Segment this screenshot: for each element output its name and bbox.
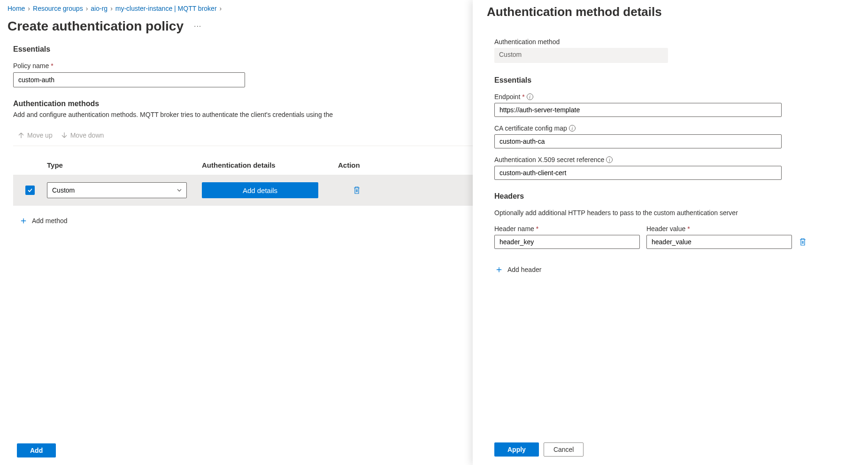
apply-button[interactable]: Apply [494,442,539,457]
required-indicator: * [536,225,538,232]
breadcrumb-home[interactable]: Home [8,5,25,12]
more-actions-button[interactable]: ··· [191,20,204,32]
info-icon[interactable]: i [527,93,533,100]
required-indicator: * [51,62,53,70]
delete-row-button[interactable] [338,186,376,194]
breadcrumb-aio-rg[interactable]: aio-rg [91,5,108,12]
arrow-up-icon [18,132,24,139]
column-details: Authentication details [202,161,338,169]
chevron-right-icon: › [110,5,113,12]
required-indicator: * [687,225,690,232]
header-name-input[interactable] [494,235,640,249]
required-indicator: * [522,93,524,101]
header-value-label: Header value * [646,225,792,232]
chevron-right-icon: › [28,5,30,12]
info-icon[interactable]: i [569,125,576,132]
header-name-label: Header name * [494,225,640,232]
panel-essentials-title: Essentials [494,76,860,85]
plus-icon: ＋ [494,263,504,276]
move-down-button[interactable]: Move down [61,132,104,139]
auth-method-value: Custom [494,48,668,63]
policy-name-input[interactable] [13,72,245,87]
page-title: Create authentication policy [8,19,184,34]
plus-icon: ＋ [19,214,28,227]
headers-description: Optionally add additional HTTP headers t… [494,209,860,217]
chevron-right-icon: › [220,5,222,12]
row-checkbox[interactable] [25,186,35,195]
column-action: Action [338,161,376,169]
details-panel: Authentication method details Authentica… [473,0,868,465]
header-row: Header name * Header value * [494,225,860,249]
ca-config-label: CA certificate config map i [494,124,860,132]
auth-method-label: Authentication method [494,38,860,46]
add-button[interactable]: Add [17,443,56,457]
trash-icon [353,186,361,194]
add-details-button[interactable]: Add details [202,182,318,198]
chevron-right-icon: › [86,5,88,12]
header-value-input[interactable] [646,235,792,249]
breadcrumb-cluster-instance[interactable]: my-cluster-instance | MQTT broker [115,5,217,12]
add-header-button[interactable]: ＋ Add header [494,255,860,284]
cancel-button[interactable]: Cancel [544,442,584,457]
panel-title: Authentication method details [487,3,860,19]
delete-header-button[interactable] [799,238,807,249]
checkmark-icon [27,187,33,193]
move-up-button[interactable]: Move up [18,132,53,139]
x509-secret-input[interactable] [494,166,782,180]
panel-footer: Apply Cancel [487,436,860,465]
headers-title: Headers [494,192,860,201]
footer-bar: Add [0,436,73,465]
ca-config-input[interactable] [494,134,782,148]
breadcrumb-resource-groups[interactable]: Resource groups [33,5,83,12]
column-type: Type [47,161,202,169]
type-select[interactable]: Custom [47,182,187,198]
endpoint-label: Endpoint * i [494,93,860,101]
arrow-down-icon [61,132,68,139]
endpoint-input[interactable] [494,103,782,117]
trash-icon [799,238,807,246]
x509-secret-label: Authentication X.509 secret reference i [494,156,860,163]
info-icon[interactable]: i [606,156,613,163]
